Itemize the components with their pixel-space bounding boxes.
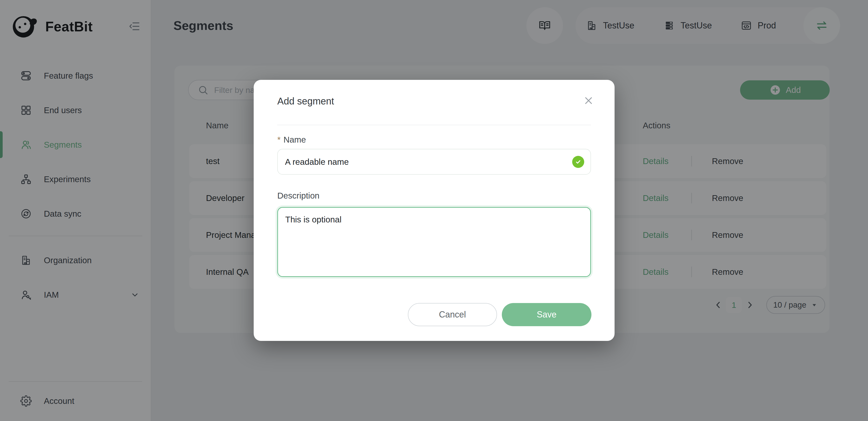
save-button[interactable]: Save [502,303,591,326]
segment-name-input[interactable] [277,149,591,175]
featbit-app: FeatBit Feature flags End use [0,0,868,421]
modal-buttons: Cancel Save [408,303,591,326]
modal-divider [277,125,591,125]
modal-title: Add segment [277,96,334,107]
description-field-label: Description [277,191,319,200]
segment-description-textarea[interactable]: This is optional [277,207,591,277]
name-input-wrap [277,149,591,175]
valid-check-icon [572,156,584,168]
add-segment-modal: Add segment *Name Description This is op… [254,80,615,341]
required-mark: * [277,135,281,144]
name-field-label: *Name [277,135,306,144]
cancel-button[interactable]: Cancel [408,303,497,326]
close-icon[interactable] [583,95,594,106]
